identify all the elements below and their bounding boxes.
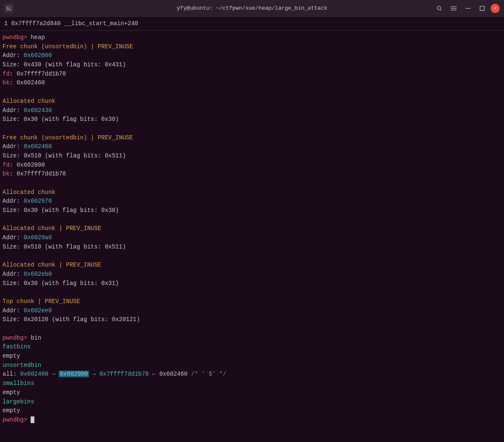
empty-small-line: empty: [3, 388, 500, 398]
smallbins-line: smallbins: [3, 379, 500, 388]
unsorted-all-line: all: 0x602460 → 0x602000 → 0x7ffff7dd1b7…: [3, 370, 500, 379]
free1-fd-line: fd: 0x7ffff7dd1b78: [3, 70, 500, 79]
free2-size-line: Size: 0x510 (with flag bits: 0x511): [3, 152, 500, 161]
svg-point-2: [437, 6, 441, 10]
prompt-bin-line: pwndbg> bin: [3, 334, 500, 343]
empty-large-line: empty: [3, 406, 500, 416]
top-addr-line: Addr: 0x602ee0: [3, 306, 500, 316]
window-title: yfy@ubuntu: ~/ctfpwn/xue/heap/large_bin_…: [177, 5, 327, 11]
prompt-heap-line: pwndbg> heap: [3, 33, 500, 42]
svg-line-3: [440, 9, 441, 10]
titlebar-left: [4, 4, 13, 13]
unsortedbin-line: unsortedbin: [3, 361, 500, 370]
free2-label-line: Free chunk (unsortedbin) | PREV_INUSE: [3, 133, 500, 143]
terminal-icon: [4, 4, 13, 13]
alloc4-addr-line: Addr: 0x602eb0: [3, 270, 500, 279]
top-size-line: Size: 0x20120 (with flag bits: 0x20121): [3, 315, 500, 324]
terminal-output[interactable]: pwndbg> heapFree chunk (unsortedbin) | P…: [0, 31, 504, 441]
free2-bk-line: bk: 0x7ffff7dd1b78: [3, 170, 500, 179]
alloc2-addr-line: Addr: 0x602970: [3, 197, 500, 206]
alloc2-size-line: Size: 0x30 (with flag bits: 0x30): [3, 206, 500, 215]
free2-fd-line: fd: 0x602000: [3, 161, 500, 170]
titlebar: yfy@ubuntu: ~/ctfpwn/xue/heap/large_bin_…: [0, 0, 504, 17]
svg-rect-8: [480, 6, 484, 10]
alloc1-addr-line: Addr: 0x602430: [3, 106, 500, 115]
empty-line: [3, 88, 500, 97]
minimize-button[interactable]: [462, 3, 474, 14]
largebins-line: largebins: [3, 398, 500, 407]
free1-size-line: Size: 0x430 (with flag bits: 0x431): [3, 60, 500, 70]
top-label-line: Top chunk | PREV_INUSE: [3, 297, 500, 306]
menu-button[interactable]: [448, 3, 460, 14]
free1-bk-line: bk: 0x602460: [3, 78, 500, 88]
alloc4-label-line: Allocated chunk | PREV_INUSE: [3, 261, 500, 270]
empty-line: [3, 252, 500, 261]
alloc4-size-line: Size: 0x30 (with flag bits: 0x31): [3, 279, 500, 288]
search-button[interactable]: [433, 3, 445, 14]
empty-fast-line: empty: [3, 352, 500, 361]
empty-line: [3, 288, 500, 297]
fastbins-line: fastbins: [3, 343, 500, 352]
empty-line: [3, 324, 500, 334]
line1-content: 1 0x7ffff7a2d840 __libc_start_main+240: [4, 20, 138, 27]
titlebar-controls: ✕: [433, 3, 500, 14]
alloc1-size-line: Size: 0x30 (with flag bits: 0x30): [3, 115, 500, 124]
free1-label-line: Free chunk (unsortedbin) | PREV_INUSE: [3, 42, 500, 52]
alloc1-label-line: Allocated chunk: [3, 97, 500, 106]
alloc3-size-line: Size: 0x510 (with flag bits: 0x511): [3, 243, 500, 252]
free2-addr-line: Addr: 0x602460: [3, 142, 500, 152]
maximize-button[interactable]: [476, 3, 488, 14]
final-prompt-line: pwndbg>: [3, 416, 500, 425]
line1-bar: 1 0x7ffff7a2d840 __libc_start_main+240: [0, 17, 504, 31]
empty-line: [3, 124, 500, 133]
empty-line: [3, 179, 500, 188]
close-button[interactable]: ✕: [491, 4, 500, 13]
alloc3-label-line: Allocated chunk | PREV_INUSE: [3, 224, 500, 233]
empty-line: [3, 215, 500, 225]
free1-addr-line: Addr: 0x602000: [3, 51, 500, 60]
alloc3-addr-line: Addr: 0x6029a0: [3, 233, 500, 243]
alloc2-label-line: Allocated chunk: [3, 188, 500, 197]
